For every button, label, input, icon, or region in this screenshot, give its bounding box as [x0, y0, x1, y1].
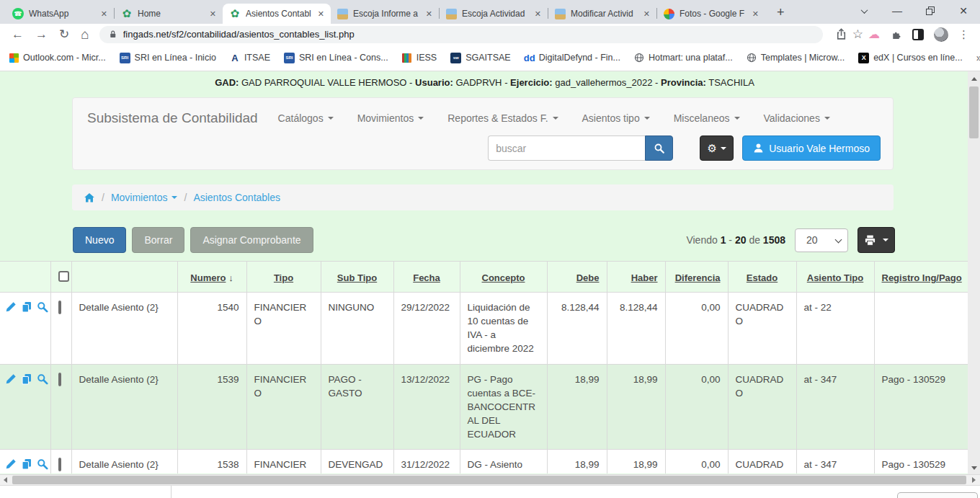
menu-validaciones[interactable]: Validaciones: [764, 112, 830, 124]
share-icon[interactable]: [835, 28, 847, 40]
bookmark-templates[interactable]: Templates | Microw...: [747, 53, 845, 63]
cell-asiento-tipo-link[interactable]: at - 347: [796, 364, 874, 450]
bookmark-sri-consultas[interactable]: SRI SRI en Línea - Cons...: [284, 53, 388, 63]
cell-registro-link[interactable]: Pago - 130529: [874, 364, 969, 450]
close-icon[interactable]: ✕: [533, 8, 543, 20]
reload-icon[interactable]: ↻: [59, 27, 69, 42]
search-button[interactable]: [645, 135, 673, 161]
scroll-left-arrow-icon[interactable]: [0, 475, 11, 485]
breadcrumb-movimientos[interactable]: Movimientos: [111, 192, 178, 203]
bookmark-hotmart[interactable]: Hotmart: una plataf...: [634, 53, 733, 63]
asignar-comprobante-button[interactable]: Asignar Comprobante: [190, 227, 313, 253]
forward-icon[interactable]: →: [35, 27, 48, 42]
menu-miscelaneos[interactable]: Miscelaneos: [674, 112, 740, 124]
row-checkbox[interactable]: [58, 458, 61, 471]
cell-registro-link[interactable]: Pago - 130529: [874, 450, 969, 473]
chrome-menu-icon[interactable]: ⋮: [958, 28, 969, 41]
sort-estado[interactable]: Estado: [747, 272, 778, 283]
select-all-checkbox[interactable]: [58, 271, 69, 282]
page-size-select[interactable]: 20: [795, 228, 848, 252]
extensions-puzzle-icon[interactable]: [890, 28, 902, 40]
row-checkbox[interactable]: [58, 301, 61, 314]
bookmark-sri-inicio[interactable]: SRI SRI en Línea - Inicio: [120, 53, 216, 63]
tab-home[interactable]: ✿ Home ✕: [115, 4, 223, 24]
menu-movimientos[interactable]: Movimientos: [357, 112, 424, 124]
sort-debe[interactable]: Debe: [576, 272, 600, 283]
bookmark-outlook[interactable]: Outlook.com - Micr...: [9, 53, 106, 63]
profile-avatar[interactable]: [934, 27, 948, 42]
bookmark-itsae[interactable]: A ITSAE: [230, 53, 270, 63]
view-magnifier-icon[interactable]: [37, 301, 48, 313]
menu-catalogos[interactable]: Catálogos: [278, 112, 334, 124]
cell-detalle-link[interactable]: Detalle Asiento (2}: [71, 364, 177, 450]
tab-search-chevron-icon[interactable]: [847, 1, 881, 21]
bookmark-sgaitsae[interactable]: sw SGAITSAE: [450, 53, 511, 63]
sort-sub-tipo[interactable]: Sub Tipo: [337, 272, 377, 283]
borrar-button[interactable]: Borrar: [132, 227, 184, 253]
print-button[interactable]: [858, 227, 895, 253]
cell-asiento-tipo-link[interactable]: at - 22: [796, 293, 874, 365]
sort-concepto[interactable]: Concepto: [482, 272, 525, 283]
edit-pencil-icon[interactable]: [5, 301, 17, 313]
tab-asientos-contables-active[interactable]: ✿ Asientos Contabl ✕: [223, 4, 331, 24]
restore-button[interactable]: [914, 1, 947, 21]
close-icon[interactable]: ✕: [316, 8, 326, 20]
menu-asientos-tipo[interactable]: Asientos tipo: [582, 112, 650, 124]
vertical-scrollbar-thumb[interactable]: [969, 86, 979, 138]
minimize-button[interactable]: —: [881, 1, 914, 21]
sort-diferencia[interactable]: Diferencia: [675, 272, 721, 283]
home-icon[interactable]: [84, 192, 95, 203]
scroll-up-arrow-icon[interactable]: [968, 73, 980, 84]
tab-whatsapp[interactable]: ☎ WhatsApp ✕: [6, 4, 114, 24]
close-icon[interactable]: ✕: [99, 8, 110, 20]
copy-icon[interactable]: [21, 301, 32, 313]
breadcrumb-asientos-contables[interactable]: Asientos Contables: [193, 192, 280, 203]
menu-reportes[interactable]: Reportes & Estados F.: [447, 112, 558, 124]
sort-numero[interactable]: Numero: [190, 272, 226, 283]
vertical-scrollbar[interactable]: [968, 71, 980, 474]
search-input[interactable]: [488, 135, 645, 161]
close-icon[interactable]: ✕: [750, 8, 761, 20]
cell-detalle-link[interactable]: Detalle Asiento (2}: [71, 293, 177, 365]
navbar-brand[interactable]: Subsistema de Contabilidad: [87, 110, 258, 126]
weather-extension-icon[interactable]: ☁: [868, 27, 880, 41]
bookmarks-overflow-chevron[interactable]: »: [976, 52, 980, 63]
tab-escoja-informe[interactable]: Escoja Informe a ✕: [331, 4, 439, 24]
tab-google-fotos[interactable]: Fotos - Google F ✕: [657, 4, 765, 24]
row-checkbox[interactable]: [58, 373, 61, 386]
user-menu-button[interactable]: Usuario Vale Hermoso: [742, 135, 881, 161]
nuevo-button[interactable]: Nuevo: [73, 227, 126, 253]
copy-icon[interactable]: [21, 373, 32, 385]
sort-asiento-tipo[interactable]: Asiento Tipo: [807, 272, 863, 283]
tab-modificar-actividad[interactable]: Modificar Activid ✕: [548, 4, 656, 24]
bookmark-digitaldefynd[interactable]: dd DigitalDefynd - Fin...: [525, 53, 620, 63]
horizontal-scrollbar-thumb[interactable]: [12, 476, 966, 484]
window-close-button[interactable]: ✕: [947, 1, 980, 21]
address-bar[interactable]: fingads.net/sf2/contabilidad/asientos_co…: [99, 26, 823, 43]
cell-detalle-link[interactable]: Detalle Asiento (2}: [71, 450, 177, 473]
close-icon[interactable]: ✕: [208, 8, 218, 20]
sort-registro[interactable]: Registro Ing/Pago: [882, 272, 962, 283]
close-icon[interactable]: ✕: [424, 8, 435, 20]
new-tab-button[interactable]: +: [772, 5, 789, 20]
sort-fecha[interactable]: Fecha: [413, 272, 440, 283]
copy-icon[interactable]: [21, 458, 32, 470]
view-magnifier-icon[interactable]: [37, 458, 48, 470]
back-icon[interactable]: ←: [12, 27, 24, 42]
tab-escoja-actividad[interactable]: Escoja Actividad ✕: [440, 4, 548, 24]
sort-tipo[interactable]: Tipo: [274, 272, 293, 283]
horizontal-scrollbar[interactable]: [0, 474, 980, 486]
edit-pencil-icon[interactable]: [5, 373, 17, 385]
bookmark-edx[interactable]: X edX | Cursos en líne...: [858, 53, 962, 63]
settings-button[interactable]: ⚙: [700, 135, 734, 161]
scroll-right-arrow-icon[interactable]: [968, 475, 979, 485]
close-icon[interactable]: ✕: [641, 8, 652, 20]
scroll-down-arrow-icon[interactable]: [968, 462, 980, 473]
reader-extension-icon[interactable]: [912, 29, 924, 40]
edit-pencil-icon[interactable]: [5, 458, 17, 470]
sort-haber[interactable]: Haber: [631, 272, 658, 283]
cell-asiento-tipo-link[interactable]: at - 347: [796, 450, 874, 473]
home-icon[interactable]: ⌂: [81, 27, 89, 43]
bookmark-star-icon[interactable]: ☆: [852, 27, 863, 42]
bookmark-iess[interactable]: IESS: [402, 53, 437, 63]
